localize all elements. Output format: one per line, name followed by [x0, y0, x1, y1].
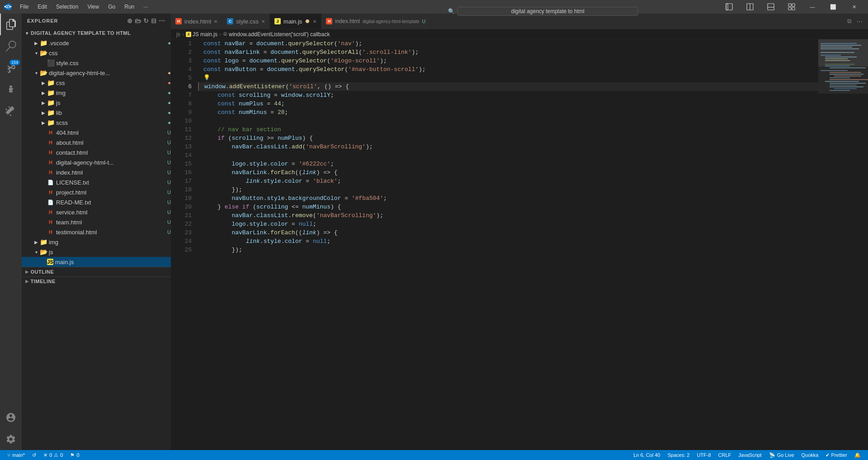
tree-item-digital-img[interactable]: ▶ 📁 img ● [22, 88, 171, 98]
tree-item-digital-scss[interactable]: ▶ 📁 scss ● [22, 118, 171, 128]
tree-arrow-img: ▶ [33, 238, 40, 246]
collapse-all-icon[interactable]: ⊟ [151, 17, 157, 24]
split-editor-icon[interactable]: ⧉ [845, 16, 853, 27]
title-search[interactable] [458, 7, 638, 16]
refresh-icon[interactable]: ↻ [143, 17, 149, 24]
status-golive[interactable]: 📡 Go Live [765, 452, 798, 458]
tree-item-license[interactable]: ▶ 📄 LICENSE.txt U [22, 177, 171, 187]
close-button[interactable]: ✕ [844, 0, 864, 14]
breadcrumb-function[interactable]: ⦿ window.addEventListener('scroll') call… [223, 31, 330, 38]
tree-item-service[interactable]: ▶ H service.html U [22, 207, 171, 217]
folder-icon-vscode: 📁 [40, 39, 47, 47]
code-area[interactable]: const navBar = document.querySelector('n… [198, 39, 818, 450]
customize-layout-button[interactable] [781, 0, 802, 14]
status-line-ending[interactable]: CRLF [715, 452, 735, 458]
tree-item-js[interactable]: ▾ 📂 js [22, 247, 171, 257]
timeline-header[interactable]: ▶ TIMELINE [22, 277, 171, 286]
outline-header[interactable]: ▶ OUTLINE [22, 267, 171, 276]
status-spaces[interactable]: Spaces: 2 [664, 452, 693, 458]
activity-settings[interactable] [0, 428, 22, 450]
tree-item-project[interactable]: ▶ H project.html U [22, 187, 171, 197]
tab-index-html-2[interactable]: H index.html digital-agency-html-templat… [321, 14, 430, 29]
tree-item-testimonial[interactable]: ▶ H testimonial.html U [22, 227, 171, 237]
tab-style-css[interactable]: C style.css ✕ [222, 14, 270, 29]
tab-close-mainjs[interactable]: ✕ [313, 19, 316, 24]
layout-toggle-button[interactable] [719, 0, 740, 14]
menu-go[interactable]: Go [104, 2, 120, 12]
tab-main-js[interactable]: J main.js ✕ [270, 14, 321, 29]
tree-item-digital-css[interactable]: ▶ 📁 css ● [22, 78, 171, 88]
code-line-2: const navBarLink = document.querySelecto… [198, 48, 818, 57]
folder-icon-img: 📁 [40, 238, 47, 246]
minimize-button[interactable]: — [802, 0, 823, 14]
activity-explorer[interactable] [0, 14, 22, 35]
status-notifications[interactable]: 🔔 [851, 452, 864, 458]
status-remote[interactable]: ⚑ 0 [66, 452, 83, 458]
menu-view[interactable]: View [83, 2, 104, 12]
bc-js-icon: J [186, 32, 191, 37]
status-language[interactable]: JavaScript [735, 452, 765, 458]
tree-item-readme[interactable]: ▶ 📄 READ-ME.txt U [22, 197, 171, 207]
tree-item-stylecss[interactable]: ▶ ⬛ style.css [22, 58, 171, 68]
tree-label-js: js [49, 249, 171, 256]
status-prettier[interactable]: ✔ Prettier [822, 452, 851, 458]
branch-label: main* [12, 452, 25, 458]
more-actions-icon[interactable]: ⋯ [159, 17, 165, 24]
tree-item-digital[interactable]: ▾ 📂 digital-agency-html-te... ● [22, 68, 171, 78]
tree-item-contact[interactable]: ▶ H contact.html U [22, 147, 171, 157]
breadcrumb-js[interactable]: js [176, 31, 180, 38]
tree-root[interactable]: ▾ DIGITAL AGENCY TEMPLATE TO HTML [22, 28, 171, 38]
breadcrumb-mainjs[interactable]: J JS main.js [186, 31, 217, 38]
status-position[interactable]: Ln 6, Col 40 [630, 452, 664, 458]
status-sync[interactable]: ↺ [28, 452, 40, 458]
activity-extensions[interactable] [0, 100, 22, 122]
new-folder-icon[interactable]: 🗁 [135, 17, 142, 24]
activity-search[interactable] [0, 35, 22, 57]
menu-selection[interactable]: Selection [52, 2, 83, 12]
tab-close-css[interactable]: ✕ [261, 19, 265, 24]
code-line-3: const logo = document.querySelector('#lo… [198, 57, 818, 65]
tree-item-vscode[interactable]: ▶ 📁 .vscode ● [22, 38, 171, 48]
tree-item-digital-lib[interactable]: ▶ 📁 lib ● [22, 108, 171, 118]
status-encoding[interactable]: UTF-8 [693, 452, 714, 458]
tree-item-img[interactable]: ▶ 📁 img [22, 237, 171, 247]
status-branch[interactable]: ⑂ main* [4, 452, 28, 458]
tree-item-index[interactable]: ▶ H index.html U [22, 167, 171, 177]
tab-modified-marker: ✕ [214, 19, 217, 24]
status-quokka[interactable]: Quokka [798, 452, 822, 458]
menu-edit[interactable]: Edit [33, 2, 52, 12]
tree-item-digital-js[interactable]: ▶ 📁 js ● [22, 98, 171, 108]
menu-more[interactable]: ··· [139, 2, 152, 12]
tree-label-project: project.html [56, 189, 165, 196]
tree-item-digital-html[interactable]: ▶ H digital-agency-html-t... U [22, 157, 171, 167]
tree-label-djs: js [56, 100, 166, 106]
html-icon-about: H [47, 139, 54, 146]
menu-run[interactable]: Run [120, 2, 139, 12]
tree-item-404[interactable]: ▶ H 404.html U [22, 128, 171, 138]
maximize-button[interactable]: ⬜ [823, 0, 844, 14]
new-file-icon[interactable]: ⊕ [127, 17, 133, 24]
ln-12: 12 [171, 134, 192, 142]
activity-account[interactable] [0, 407, 22, 428]
code-line-20: } else if (scrolling <= numMinus) { [198, 203, 818, 211]
status-errors[interactable]: ✕ 0 ⚠ 0 [40, 452, 66, 458]
sidebar-header: EXPLORER ⊕ 🗁 ↻ ⊟ ⋯ [22, 14, 171, 28]
ln-19: 19 [171, 194, 192, 203]
more-tab-actions-icon[interactable]: ⋯ [855, 16, 864, 27]
ln-22: 22 [171, 220, 192, 228]
tree-label-stylecss: style.css [56, 60, 171, 66]
dcss-badge: ● [168, 80, 171, 85]
tree-item-about[interactable]: ▶ H about.html U [22, 138, 171, 147]
ln-9: 9 [171, 108, 192, 117]
tab-index-html[interactable]: H index.html ✕ [171, 14, 222, 29]
tree-item-team[interactable]: ▶ H team.html U [22, 217, 171, 227]
editor-layout-button[interactable] [740, 0, 760, 14]
tree-label-dcss: css [56, 80, 166, 86]
activity-source-control[interactable]: 154 [0, 57, 22, 79]
menu-file[interactable]: File [15, 2, 33, 12]
activity-run-debug[interactable] [0, 79, 22, 100]
panel-layout-button[interactable] [760, 0, 781, 14]
tree-item-css-root[interactable]: ▾ 📂 css [22, 48, 171, 58]
tree-item-mainjs[interactable]: ▶ JS main.js [22, 257, 171, 267]
html-icon-team: H [47, 218, 54, 226]
